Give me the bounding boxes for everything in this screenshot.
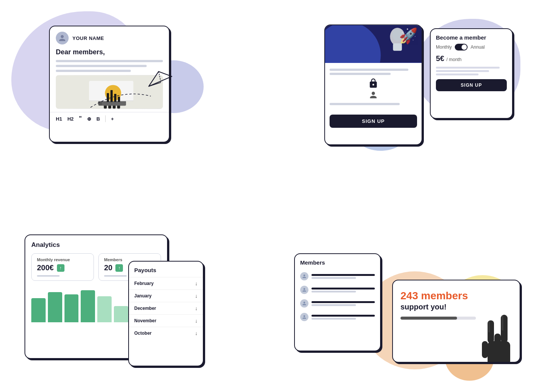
person-icon-1 — [302, 287, 307, 292]
editor-toolbar: H1 H2 " ⊕ B + — [50, 112, 169, 125]
member-text-3 — [311, 314, 375, 321]
membership-main-card: 🚀 SIGN UP — [324, 24, 422, 145]
toolbar-bold[interactable]: B — [97, 116, 100, 122]
download-icon-2[interactable]: ↓ — [195, 305, 198, 311]
member-item-1 — [295, 283, 380, 297]
lock-icon — [368, 78, 379, 89]
analytics-title: Analytics — [25, 235, 167, 253]
payout-month-3: November — [134, 318, 156, 323]
hand-svg — [474, 305, 520, 363]
toolbar-quote[interactable]: " — [79, 115, 82, 122]
svg-rect-28 — [488, 362, 510, 363]
person-icon-0 — [302, 274, 307, 279]
toolbar-h2[interactable]: H2 — [67, 116, 74, 122]
hand-image — [474, 305, 520, 363]
text-line-1 — [56, 60, 163, 62]
price-value: 5€ — [436, 54, 444, 63]
revenue-up-arrow: ↑ — [57, 264, 64, 272]
support-card: 243 members support you! — [392, 280, 520, 363]
payout-item-2: December↓ — [129, 302, 203, 314]
editor-greeting: Dear members, — [56, 48, 163, 56]
bar-5 — [114, 306, 128, 322]
svg-rect-27 — [482, 341, 488, 358]
member-avatar-2 — [300, 299, 308, 308]
revenue-label: Monthly revenue — [37, 257, 88, 262]
members-title: Members — [295, 254, 380, 270]
bar-4 — [97, 296, 112, 322]
svg-rect-29 — [502, 315, 503, 331]
svg-line-16 — [159, 72, 161, 83]
member-avatar-0 — [300, 272, 308, 280]
editor-header: YOUR NAME — [50, 26, 169, 48]
members-mini-line — [104, 275, 127, 277]
bar-3 — [81, 290, 95, 322]
payouts-card: Payouts February↓January↓December↓Novemb… — [128, 261, 204, 366]
toggle-switch[interactable] — [455, 44, 468, 51]
revenue-mini-line — [37, 275, 60, 277]
person-icon-wrap — [330, 90, 417, 100]
revenue-stat-box: Monthly revenue 200€ ↑ — [31, 253, 94, 281]
text-line-2 — [56, 65, 147, 67]
become-member-card: Become a member Monthly Annual 5€ / mont… — [430, 28, 513, 119]
toggle-knob — [462, 44, 467, 50]
become-member-sign-up-button[interactable]: SIGN UP — [436, 79, 507, 91]
toggle-row: Monthly Annual — [431, 44, 512, 54]
svg-rect-14 — [102, 102, 126, 106]
member-text-2 — [311, 300, 375, 307]
person-icon-3 — [302, 314, 307, 320]
member-item-0 — [295, 270, 380, 283]
paper-plane-icon — [147, 66, 173, 90]
payout-month-2: December — [134, 306, 156, 311]
revenue-value: 200€ ↑ — [37, 263, 88, 272]
members-number: 20 — [104, 263, 112, 272]
person-icon-2 — [302, 301, 307, 306]
payout-month-0: February — [134, 281, 153, 286]
bar-1 — [48, 292, 62, 322]
toolbar-h1[interactable]: H1 — [56, 116, 62, 122]
price-display: 5€ / month — [431, 54, 512, 65]
member-item-3 — [295, 310, 380, 324]
payout-month-1: January — [134, 293, 152, 299]
person-icon — [58, 34, 66, 42]
membership-lines — [325, 63, 422, 111]
membership-header-image: 🚀 — [325, 25, 422, 63]
support-count: 243 members — [400, 289, 512, 302]
payout-item-0: February↓ — [129, 277, 203, 289]
download-icon-1[interactable]: ↓ — [195, 293, 198, 299]
member-avatar-3 — [300, 313, 308, 321]
lock-icon-wrap — [330, 78, 417, 89]
toolbar-link[interactable]: ⊕ — [87, 116, 91, 122]
payout-item-1: January↓ — [129, 289, 203, 302]
person-icon-membership — [368, 90, 378, 100]
payout-items: February↓January↓December↓November↓Octob… — [129, 277, 203, 339]
toggle-monthly-label: Monthly — [436, 44, 452, 50]
payout-item-3: November↓ — [129, 314, 203, 327]
bar-0 — [31, 298, 46, 322]
payout-month-4: October — [134, 331, 152, 336]
avatar — [56, 32, 69, 44]
text-line-3 — [56, 70, 131, 72]
support-bar-track — [400, 317, 476, 320]
toolbar-divider — [105, 115, 106, 122]
download-icon-4[interactable]: ↓ — [195, 330, 198, 336]
download-icon-0[interactable]: ↓ — [195, 280, 198, 286]
revenue-number: 200€ — [37, 263, 54, 272]
member-item-2 — [295, 297, 380, 310]
price-period: / month — [446, 57, 462, 62]
member-text-1 — [311, 286, 375, 294]
price-detail-lines — [431, 67, 512, 75]
become-title: Become a member — [431, 29, 512, 44]
editor-username: YOUR NAME — [72, 35, 104, 41]
support-bar-fill — [400, 317, 457, 320]
sign-up-button[interactable]: SIGN UP — [330, 115, 417, 128]
toggle-annual-label: Annual — [471, 44, 485, 50]
svg-rect-30 — [488, 321, 490, 332]
member-text-0 — [311, 273, 375, 280]
bar-2 — [64, 294, 79, 322]
payout-item-4: October↓ — [129, 327, 203, 339]
members-list — [295, 270, 380, 324]
download-icon-3[interactable]: ↓ — [195, 318, 198, 324]
svg-rect-26 — [494, 334, 501, 345]
toolbar-add[interactable]: + — [111, 116, 114, 122]
members-card: Members — [294, 253, 381, 351]
